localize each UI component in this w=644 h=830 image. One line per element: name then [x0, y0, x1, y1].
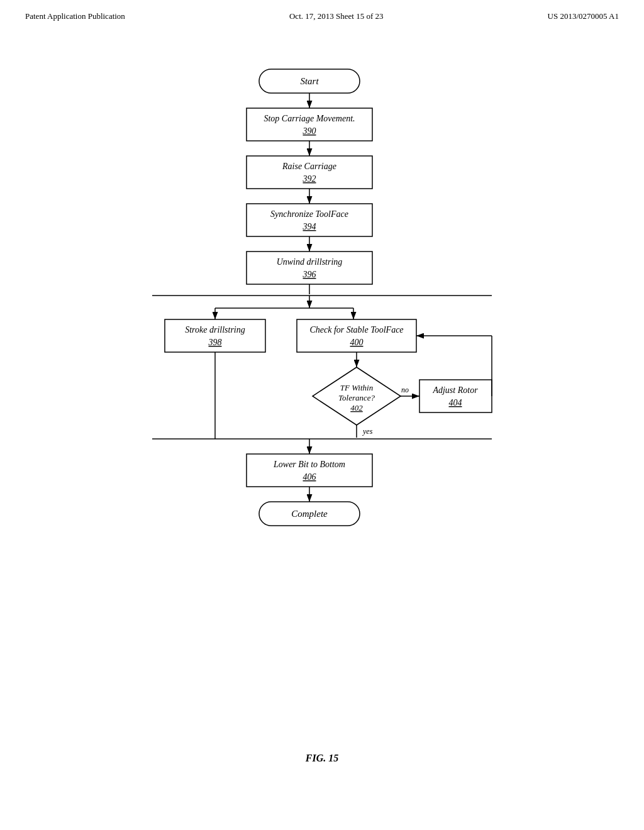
svg-rect-39 [419, 380, 492, 412]
svg-rect-8 [247, 156, 372, 189]
svg-text:Lower Bit to Bottom: Lower Bit to Bottom [273, 460, 345, 469]
svg-text:Unwind drillstring: Unwind drillstring [277, 257, 343, 267]
svg-rect-12 [247, 204, 372, 236]
svg-rect-29 [297, 319, 416, 352]
svg-text:396: 396 [303, 270, 316, 279]
svg-text:406: 406 [303, 472, 316, 482]
svg-rect-16 [247, 252, 372, 284]
svg-text:402: 402 [350, 403, 363, 412]
svg-rect-26 [165, 319, 265, 352]
svg-text:404: 404 [449, 398, 462, 407]
svg-text:Stop Carriage Movement.: Stop Carriage Movement. [264, 114, 355, 123]
svg-text:390: 390 [303, 126, 316, 136]
svg-text:Complete: Complete [291, 509, 328, 519]
svg-text:Synchronize ToolFace: Synchronize ToolFace [270, 209, 348, 219]
svg-text:398: 398 [208, 338, 222, 347]
page-header: Patent Application Publication Oct. 17, … [0, 0, 644, 21]
header-left: Patent Application Publication [25, 11, 125, 21]
svg-text:400: 400 [350, 338, 364, 347]
svg-rect-49 [247, 454, 372, 487]
svg-text:Tolerance?: Tolerance? [338, 393, 375, 402]
svg-text:Raise Carriage: Raise Carriage [282, 162, 336, 171]
svg-text:Check for Stable ToolFace: Check for Stable ToolFace [309, 325, 403, 335]
header-right: US 2013/0270005 A1 [548, 11, 619, 21]
svg-text:TF Within: TF Within [340, 383, 373, 392]
svg-text:yes: yes [362, 427, 373, 436]
svg-text:394: 394 [303, 222, 316, 231]
flowchart-container: Start Stop Carriage Movement. 390 Raise … [133, 63, 511, 723]
flowchart-svg: Start Stop Carriage Movement. 390 Raise … [140, 63, 504, 723]
svg-text:no: no [401, 385, 409, 394]
svg-text:Stroke drillstring: Stroke drillstring [185, 325, 245, 335]
svg-rect-4 [247, 108, 372, 141]
figure-caption: FIG. 15 [306, 753, 338, 764]
svg-text:Adjust Rotor: Adjust Rotor [432, 385, 478, 395]
svg-text:392: 392 [303, 174, 316, 184]
svg-text:Start: Start [300, 76, 319, 86]
header-center: Oct. 17, 2013 Sheet 15 of 23 [289, 11, 383, 21]
